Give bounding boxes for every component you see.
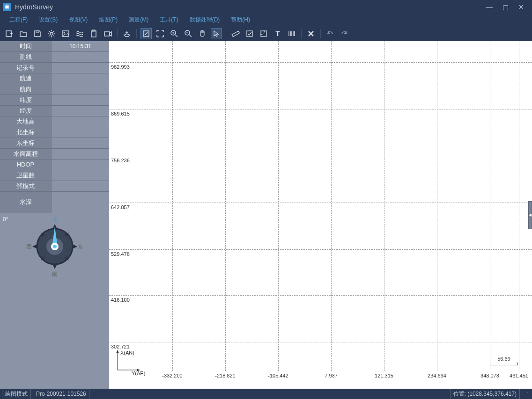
info-row: 水面高程: [0, 149, 109, 160]
text-icon[interactable]: T: [272, 28, 283, 39]
info-value: [52, 73, 109, 84]
info-label: 解模式: [0, 181, 52, 191]
right-panel-handle[interactable]: ◀: [528, 201, 532, 229]
scale-bar: 56.69: [490, 356, 518, 365]
info-value: [52, 84, 109, 94]
statusbar: 绘图模式 Pro-200921-101526 位置: (1028.345,376…: [0, 389, 532, 399]
grid-label-y: 869.615: [111, 111, 130, 116]
app-title: HydroSurvey: [15, 3, 485, 11]
status-mode: 绘图模式: [2, 389, 31, 399]
info-value: [52, 160, 109, 170]
menu-item[interactable]: 工程(F): [4, 14, 33, 26]
info-label: 记录号: [0, 63, 52, 73]
menu-item[interactable]: 测量(M): [123, 14, 154, 26]
info-row: 纬度: [0, 95, 109, 106]
info-row: 水深: [0, 192, 109, 213]
resize-grip-icon[interactable]: ⋰: [522, 392, 530, 397]
zoom-in-icon[interactable]: [169, 28, 180, 39]
pointer-icon[interactable]: [211, 28, 222, 39]
grid-label-x: 348.073: [480, 373, 499, 378]
svg-line-9: [49, 31, 50, 32]
info-label: 东坐标: [0, 138, 52, 148]
compass-panel: 0° 北 南 东 西: [0, 213, 109, 389]
status-position: 位置: (1028.345,376.417): [450, 389, 520, 399]
info-value: [52, 127, 109, 138]
new-project-icon[interactable]: [4, 28, 15, 39]
info-row: 航速: [0, 73, 109, 84]
menu-item[interactable]: 设置(S): [33, 14, 63, 26]
info-value: 10:15:31: [52, 41, 109, 51]
save-icon[interactable]: [32, 28, 43, 39]
clipboard-icon[interactable]: [88, 28, 99, 39]
svg-point-4: [50, 32, 53, 35]
edit-square-icon[interactable]: [140, 28, 152, 39]
svg-text:X(AN): X(AN): [120, 350, 134, 355]
menu-item[interactable]: 工具(T): [154, 14, 184, 26]
undo-icon[interactable]: [325, 28, 336, 39]
svg-text:Y(AE): Y(AE): [132, 370, 145, 376]
barcode-icon[interactable]: [286, 28, 297, 39]
compass-s-icon: 南: [52, 271, 58, 277]
info-value: [52, 192, 109, 213]
svg-marker-37: [52, 264, 57, 269]
info-label: 纬度: [0, 95, 52, 105]
svg-point-14: [64, 32, 65, 33]
compass-n-icon: 北: [52, 216, 58, 223]
info-row: HDOP: [0, 160, 109, 170]
pan-hand-icon[interactable]: [197, 28, 208, 39]
expand-icon[interactable]: [155, 28, 166, 39]
info-label: 大地高: [0, 116, 52, 127]
menubar: 工程(F)设置(S)视图(V)绘图(P)测量(M)工具(T)数据处理(D)帮助(…: [0, 14, 532, 26]
close-button[interactable]: ✕: [517, 3, 525, 11]
info-value: [52, 63, 109, 73]
info-row: 大地高: [0, 116, 109, 127]
image-icon[interactable]: [60, 28, 71, 39]
titlebar: ✱ HydroSurvey — ▢ ✕: [0, 0, 532, 14]
svg-text:T: T: [275, 29, 280, 37]
svg-line-24: [189, 35, 192, 37]
app-logo: ✱: [3, 3, 11, 11]
compass-e-icon: 东: [78, 243, 83, 250]
menu-item[interactable]: 绘图(P): [93, 14, 123, 26]
svg-line-10: [53, 36, 54, 36]
ship-icon[interactable]: [121, 28, 133, 39]
delete-x-icon[interactable]: [305, 28, 317, 39]
maximize-button[interactable]: ▢: [501, 3, 510, 11]
svg-point-47: [53, 245, 57, 248]
ruler-icon[interactable]: [230, 28, 241, 39]
settings-gear-icon[interactable]: [46, 28, 57, 39]
grid-label-x: 234.694: [428, 373, 446, 378]
grid-label-x: 7.937: [325, 373, 338, 378]
layers-icon[interactable]: [74, 28, 85, 39]
grid-line-v: [331, 41, 332, 371]
menu-item[interactable]: 数据处理(D): [184, 14, 226, 26]
grid-line-v: [519, 41, 519, 371]
info-row: 卫星数: [0, 170, 109, 181]
menu-item[interactable]: 视图(V): [63, 14, 93, 26]
zoom-out-icon[interactable]: [183, 28, 194, 39]
minimize-button[interactable]: —: [485, 3, 494, 11]
axis-indicator: X(AN) Y(AE): [113, 349, 146, 378]
edit-pencil-icon[interactable]: [258, 28, 269, 39]
grid-label-x: -332.200: [162, 373, 182, 378]
info-value: [52, 181, 109, 191]
info-value: [52, 52, 109, 62]
svg-rect-17: [104, 32, 110, 36]
grid-line-v: [437, 41, 437, 371]
open-icon[interactable]: [18, 28, 29, 39]
compass-degree: 0°: [3, 216, 8, 223]
grid-label-x: 121.315: [375, 373, 393, 378]
compass: 北 南 东 西: [24, 216, 85, 277]
sidebar: 时间10:15:31测线记录号航速航向纬度经度大地高北坐标东坐标水面高程HDOP…: [0, 41, 109, 389]
info-label: 水深: [0, 192, 52, 213]
info-value: [52, 116, 109, 127]
redo-icon[interactable]: [339, 28, 350, 39]
edit-check-icon[interactable]: [244, 28, 255, 39]
camera-icon[interactable]: [102, 28, 113, 39]
svg-rect-0: [6, 31, 12, 36]
canvas[interactable]: 982.993869.615756.236642.857529.478416.1…: [109, 41, 532, 389]
info-label: 航向: [0, 84, 52, 94]
menu-item[interactable]: 帮助(H): [225, 14, 256, 26]
info-label: 水面高程: [0, 149, 52, 159]
toolbar: T: [0, 26, 532, 41]
